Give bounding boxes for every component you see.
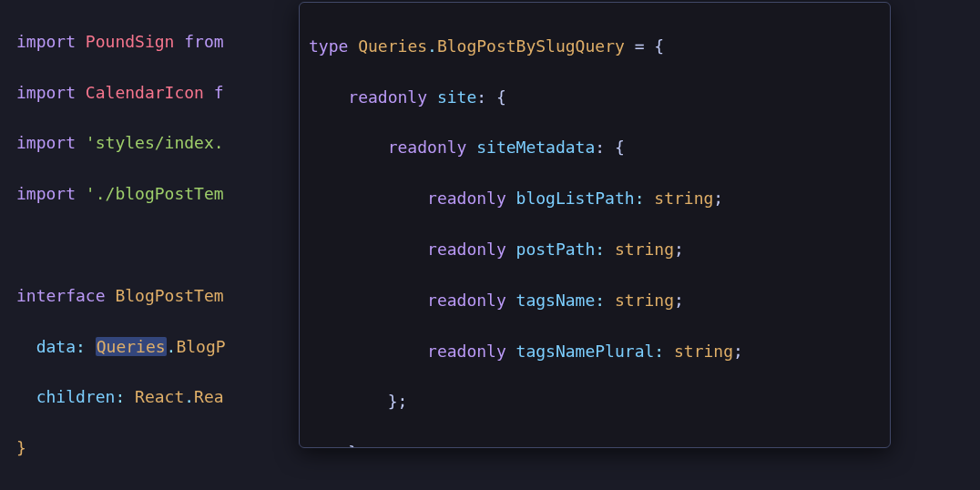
tooltip-line: readonly postPath: string; [309,237,881,262]
tooltip-line: readonly tagsName: string; [309,288,881,313]
code-line [16,486,980,490]
tooltip-line: }; [309,440,881,448]
tooltip-line: readonly tagsNamePlural: string; [309,339,881,364]
tooltip-line: readonly siteMetadata: { [309,135,881,160]
type-ref-queries: Queries [96,337,167,356]
tooltip-line: readonly blogListPath: string; [309,186,881,211]
tooltip-line: readonly site: { [309,85,881,110]
tooltip-line: }; [309,389,881,414]
tooltip-line: type Queries.BlogPostBySlugQuery = { [309,34,881,59]
type-hover-tooltip[interactable]: type Queries.BlogPostBySlugQuery = { rea… [299,2,891,448]
